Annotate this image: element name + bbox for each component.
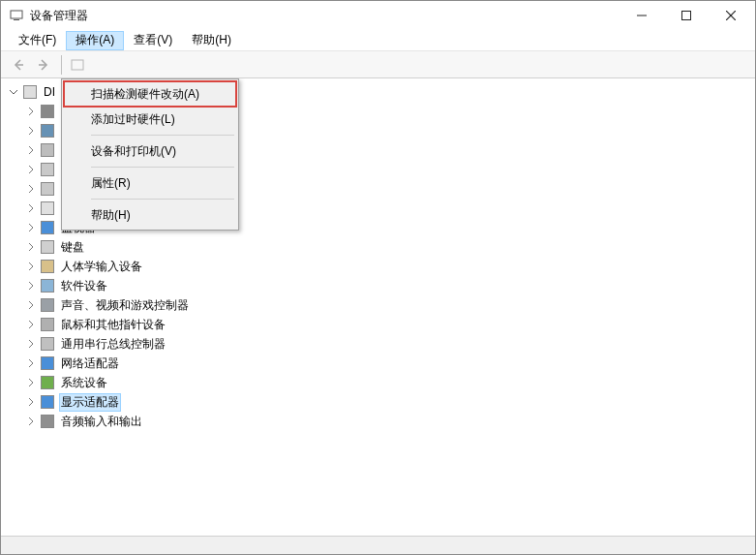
display-icon — [40, 394, 55, 410]
tree-node-label: 网络适配器 — [59, 355, 121, 373]
tree-node-label: 系统设备 — [59, 374, 109, 392]
tree-node[interactable]: 鼠标和其他指针设备 — [5, 315, 755, 334]
tree-node[interactable]: 网络适配器 — [5, 354, 755, 373]
collapse-icon[interactable] — [7, 85, 20, 99]
tree-node[interactable]: 声音、视频和游戏控制器 — [5, 295, 755, 315]
sound-icon — [40, 297, 55, 313]
menu-item-label: 添加过时硬件(L) — [91, 111, 175, 128]
keyboard-icon — [40, 239, 55, 255]
menu-separator — [91, 167, 234, 168]
monitor-icon — [40, 220, 55, 235]
tree-node-label: 键盘 — [59, 238, 86, 257]
expand-icon[interactable] — [24, 182, 38, 196]
audio-icon — [40, 414, 55, 429]
tree-node[interactable]: 系统设备 — [5, 373, 755, 392]
expand-icon[interactable] — [24, 163, 38, 176]
menu-scan-hardware-changes[interactable]: 扫描检测硬件改动(A) — [64, 81, 236, 107]
nav-back-button[interactable] — [7, 53, 30, 77]
tree-root-label: DI — [42, 84, 57, 100]
menu-add-legacy-hardware[interactable]: 添加过时硬件(L) — [64, 107, 236, 132]
svg-rect-8 — [72, 60, 83, 70]
toolbar-button[interactable] — [66, 53, 89, 77]
menu-item-label: 扫描检测硬件改动(A) — [91, 86, 199, 103]
device-tree-container: DI 端口 (COM 和 LPT)计算机监视器键盘人体学输入设备软件设备声音、视… — [1, 78, 755, 537]
expand-icon[interactable] — [24, 221, 38, 234]
expand-icon[interactable] — [24, 395, 38, 409]
titlebar: 设备管理器 — [1, 1, 755, 30]
expand-icon[interactable] — [24, 143, 38, 157]
svg-rect-0 — [11, 11, 22, 18]
minimize-button[interactable] — [620, 1, 664, 30]
expand-icon[interactable] — [24, 124, 38, 138]
hid-icon — [40, 123, 55, 139]
disk-icon — [40, 142, 55, 158]
app-icon — [9, 8, 24, 23]
svg-rect-1 — [14, 19, 19, 20]
tree-node-label: 鼠标和其他指针设备 — [59, 316, 167, 334]
expand-icon[interactable] — [24, 337, 38, 351]
port-icon — [40, 162, 55, 177]
menu-item-label: 设备和打印机(V) — [91, 143, 176, 160]
window-title: 设备管理器 — [30, 8, 88, 24]
menu-action[interactable]: 操作(A) — [66, 31, 124, 50]
net-icon — [40, 355, 55, 371]
menu-separator — [91, 199, 234, 200]
menu-devices-printers[interactable]: 设备和打印机(V) — [64, 139, 236, 164]
tree-node[interactable]: 键盘 — [5, 237, 755, 257]
sys-icon — [40, 375, 55, 390]
menu-properties[interactable]: 属性(R) — [64, 170, 236, 196]
expand-icon[interactable] — [24, 105, 38, 118]
toolbar — [1, 51, 755, 78]
menu-item-label: 帮助(H) — [91, 207, 131, 224]
tree-node[interactable]: 人体学输入设备 — [5, 257, 755, 276]
usb-icon — [40, 336, 55, 352]
tree-node-label: 通用串行总线控制器 — [59, 335, 167, 354]
close-button[interactable] — [709, 1, 753, 30]
menu-help[interactable]: 帮助(H) — [182, 31, 241, 50]
human-icon — [40, 259, 55, 274]
expand-icon[interactable] — [24, 415, 38, 428]
menubar: 文件(F) 操作(A) 查看(V) 帮助(H) — [1, 30, 755, 51]
expand-icon[interactable] — [24, 240, 38, 254]
tree-node-label: 人体学输入设备 — [59, 258, 144, 276]
expand-icon[interactable] — [24, 318, 38, 331]
tree-node[interactable]: 软件设备 — [5, 276, 755, 295]
expand-icon[interactable] — [24, 298, 38, 312]
tree-node[interactable]: 通用串行总线控制器 — [5, 334, 755, 354]
action-dropdown-menu: 扫描检测硬件改动(A) 添加过时硬件(L) 设备和打印机(V) 属性(R) 帮助… — [61, 78, 239, 231]
computer-icon — [22, 84, 38, 100]
tree-node[interactable]: 音频输入和输出 — [5, 412, 755, 431]
cpu-icon — [40, 104, 55, 119]
expand-icon[interactable] — [24, 260, 38, 273]
expand-icon[interactable] — [24, 201, 38, 215]
menu-item-label: 属性(R) — [91, 175, 131, 192]
menu-help[interactable]: 帮助(H) — [64, 202, 236, 228]
tree-node-label: 声音、视频和游戏控制器 — [59, 296, 191, 315]
generic-icon — [40, 200, 55, 216]
expand-icon[interactable] — [24, 279, 38, 293]
menu-file[interactable]: 文件(F) — [9, 31, 66, 50]
menu-separator — [91, 135, 234, 136]
menu-view[interactable]: 查看(V) — [124, 31, 182, 50]
tree-node[interactable]: 显示适配器 — [5, 392, 755, 412]
tree-node-label: 音频输入和输出 — [59, 413, 144, 431]
maximize-button[interactable] — [664, 1, 709, 30]
svg-rect-3 — [682, 12, 691, 20]
port-icon — [40, 181, 55, 197]
nav-forward-button[interactable] — [32, 53, 55, 77]
tree-node-label: 软件设备 — [59, 277, 109, 295]
tree-node-label: 显示适配器 — [59, 393, 121, 412]
expand-icon[interactable] — [24, 376, 38, 389]
expand-icon[interactable] — [24, 356, 38, 370]
soft-icon — [40, 278, 55, 293]
toolbar-separator — [61, 55, 62, 75]
statusbar — [1, 537, 755, 554]
mouse-icon — [40, 317, 55, 332]
